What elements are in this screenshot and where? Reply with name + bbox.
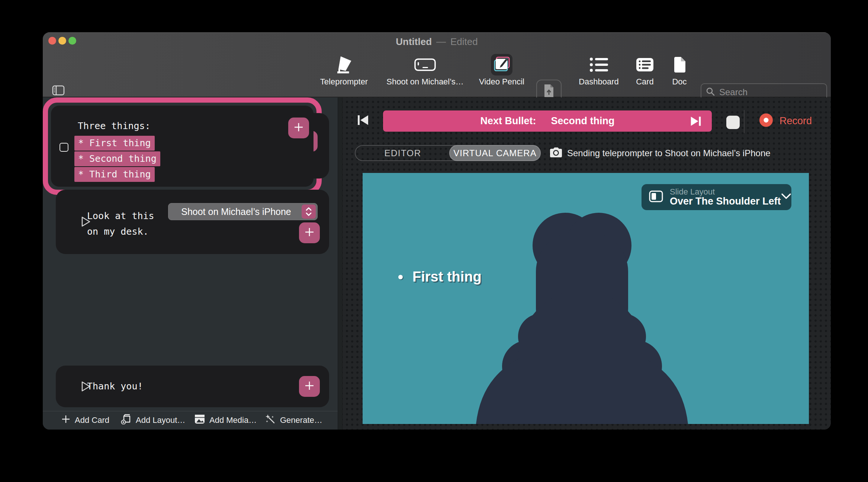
record-button[interactable]: Record bbox=[759, 113, 812, 129]
plus-icon bbox=[304, 380, 315, 392]
toolbar-label: Card bbox=[636, 77, 654, 87]
toolbar-label: Dashboard bbox=[579, 77, 619, 87]
toolbar-item-doc[interactable]: Doc bbox=[661, 53, 698, 92]
add-layout-button[interactable]: Add Layout… bbox=[121, 411, 185, 429]
add-to-card-button[interactable] bbox=[299, 376, 320, 397]
toolbar-divider bbox=[744, 110, 745, 133]
app-window: Untitled — Edited bbox=[43, 32, 831, 430]
add-layout-icon bbox=[121, 414, 131, 427]
chevron-down-icon bbox=[781, 193, 791, 201]
card-text-line: on my desk. bbox=[87, 224, 149, 240]
camera-select-value: Shoot on Michael’s iPhone bbox=[181, 206, 305, 217]
add-to-card-button[interactable] bbox=[299, 222, 320, 243]
card-body: Three things: * First thing * Second thi… bbox=[51, 106, 314, 187]
stop-button[interactable] bbox=[726, 116, 740, 129]
content-area: # Welcome to my presentation bbox=[43, 97, 831, 430]
footer-label: Add Media… bbox=[209, 415, 257, 425]
generate-button[interactable]: Generate… bbox=[265, 411, 322, 429]
card-look-at-this[interactable]: Look at this on my desk. Shoot on Michae… bbox=[56, 190, 329, 254]
toolbar-item-dashboard[interactable]: Dashboard bbox=[573, 53, 625, 92]
toolbar-item-card[interactable]: Card bbox=[626, 53, 663, 92]
card-text-line: Thank you! bbox=[87, 379, 143, 394]
video-pencil-icon bbox=[490, 53, 513, 76]
slide-layout-text: Slide Layout Over The Shoulder Left bbox=[670, 187, 781, 206]
sidebar-footer: Add Card Add Layout… bbox=[43, 411, 338, 430]
teleprompter-bullet: * Second thing bbox=[74, 151, 160, 166]
teleprompter-bullet: * First thing bbox=[74, 136, 155, 151]
teleprompter-panel: Next Bullet: Second thing bbox=[343, 97, 831, 430]
card-thank-you[interactable]: Thank you! bbox=[56, 366, 329, 407]
toolbar-label: Shoot on Michael’s… bbox=[386, 77, 464, 87]
card-icon bbox=[636, 53, 654, 76]
dashboard-icon bbox=[589, 53, 608, 76]
document-title: Untitled bbox=[396, 36, 432, 48]
search-icon bbox=[706, 87, 715, 97]
skip-forward-icon[interactable] bbox=[689, 116, 702, 127]
doc-icon bbox=[673, 53, 686, 76]
plus-icon bbox=[61, 415, 70, 426]
slide-bullet-item: First thing bbox=[398, 269, 482, 285]
toolbar-label: Doc bbox=[672, 77, 687, 87]
slide-layout-icon bbox=[649, 190, 663, 204]
title-separator: — bbox=[436, 36, 446, 48]
slide-layout-value: Over The Shoulder Left bbox=[670, 196, 781, 206]
skip-back-icon bbox=[356, 115, 370, 127]
iphone-landscape-icon bbox=[414, 53, 436, 76]
add-media-icon bbox=[195, 414, 205, 426]
card-text-line: Look at this bbox=[87, 208, 154, 224]
add-to-card-button[interactable] bbox=[288, 118, 309, 138]
chevron-updown-icon bbox=[302, 205, 316, 219]
next-bullet-progress-bar[interactable]: Next Bullet: Second thing bbox=[383, 110, 712, 132]
camera-icon bbox=[549, 147, 563, 160]
previous-bullet-button[interactable] bbox=[354, 112, 372, 129]
tab-editor[interactable]: EDITOR bbox=[356, 146, 450, 160]
window-title: Untitled — Edited bbox=[43, 33, 831, 51]
toolbar-item-shoot-on-iphone[interactable]: Shoot on Michael’s… bbox=[384, 53, 466, 92]
card-list-sidebar: # Welcome to my presentation bbox=[43, 97, 338, 430]
desktop-background: Untitled — Edited bbox=[0, 0, 868, 482]
sidebar-toggle-icon bbox=[52, 91, 65, 97]
slide-layout-dropdown[interactable]: Slide Layout Over The Shoulder Left bbox=[642, 184, 791, 210]
teleprompter-bullet: * Third thing bbox=[74, 167, 155, 182]
record-icon bbox=[759, 113, 774, 129]
view-mode-segmented-control: EDITOR VIRTUAL CAMERA bbox=[355, 145, 540, 161]
titlebar: Untitled — Edited bbox=[43, 33, 831, 51]
next-bullet-value: Second thing bbox=[551, 115, 615, 127]
presenter-silhouette bbox=[363, 173, 809, 424]
footer-label: Generate… bbox=[280, 415, 322, 425]
bullet-dot-icon bbox=[398, 275, 403, 279]
bullet-checkbox-icon[interactable] bbox=[60, 143, 68, 152]
tab-virtual-camera[interactable]: VIRTUAL CAMERA bbox=[449, 145, 541, 161]
window-chrome: Untitled — Edited bbox=[43, 32, 831, 97]
plus-icon bbox=[304, 227, 315, 239]
slide-bullet-text: First thing bbox=[412, 269, 482, 285]
toolbar-item-video-pencil[interactable]: Video Pencil bbox=[472, 53, 531, 92]
camera-select-dropdown[interactable]: Shoot on Michael’s iPhone bbox=[168, 203, 318, 220]
toolbar-item-teleprompter[interactable]: Teleprompter bbox=[312, 53, 376, 92]
card-three-things-selected[interactable]: Three things: * First thing * Second thi… bbox=[43, 97, 322, 195]
teleprompter-icon bbox=[334, 53, 354, 76]
edited-status: Edited bbox=[450, 36, 478, 48]
add-media-button[interactable]: Add Media… bbox=[195, 411, 257, 429]
record-label: Record bbox=[779, 115, 812, 127]
add-card-button[interactable]: Add Card bbox=[61, 411, 109, 429]
card-text-line: Three things: bbox=[78, 118, 151, 134]
toolbar-label: Teleprompter bbox=[320, 77, 368, 87]
slide-layout-label: Slide Layout bbox=[670, 187, 781, 196]
sparkles-wand-icon bbox=[265, 414, 276, 427]
footer-label: Add Card bbox=[75, 415, 109, 425]
toolbar-label: Video Pencil bbox=[479, 77, 524, 87]
sidebar-toggle-button[interactable] bbox=[52, 85, 65, 97]
panel-divider[interactable] bbox=[338, 97, 343, 430]
virtual-camera-preview: First thing Slide Layout Over The Should… bbox=[363, 173, 809, 424]
next-bullet-label: Next Bullet: bbox=[480, 115, 536, 127]
search-input[interactable] bbox=[718, 87, 831, 98]
footer-label: Add Layout… bbox=[136, 415, 185, 425]
plus-icon bbox=[293, 122, 304, 134]
sending-status-text: Sending teleprompter to Shoot on Michael… bbox=[567, 148, 771, 158]
